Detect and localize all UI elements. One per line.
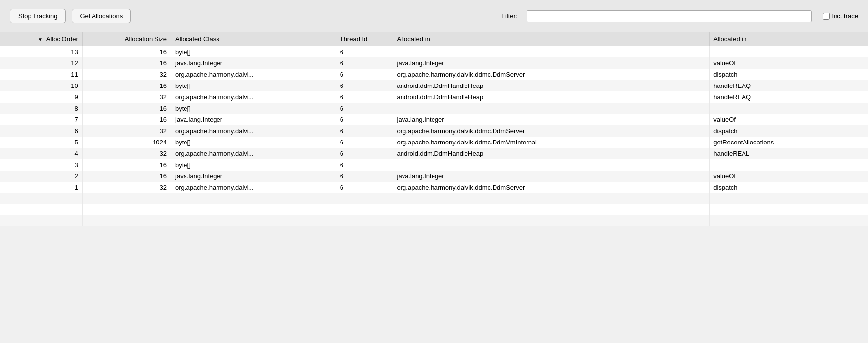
inc-trace-label: Inc. trace xyxy=(832,12,858,20)
cell-allocated-in-class: android.ddm.DdmHandleHeap xyxy=(393,91,710,103)
cell-alloc-class: byte[] xyxy=(171,137,336,148)
col-header-alloc-order[interactable]: ▼ Alloc Order xyxy=(0,32,82,46)
cell-allocated-in-class: android.ddm.DdmHandleHeap xyxy=(393,148,710,159)
cell-thread-id: 6 xyxy=(336,125,393,137)
col-header-thread-id[interactable]: Thread Id xyxy=(336,32,393,46)
cell-alloc-class: byte[] xyxy=(171,159,336,171)
cell-alloc-size: 16 xyxy=(82,46,171,58)
table-row-empty xyxy=(0,193,868,204)
cell-alloc-size: 32 xyxy=(82,182,171,193)
cell-alloc-order: 6 xyxy=(0,125,82,137)
cell-allocated-in-method xyxy=(710,159,868,171)
cell-alloc-order: 13 xyxy=(0,46,82,58)
get-allocations-button[interactable]: Get Allocations xyxy=(72,9,131,23)
cell-alloc-order: 4 xyxy=(0,148,82,159)
cell-alloc-class: byte[] xyxy=(171,46,336,58)
table-row[interactable]: 716java.lang.Integer6java.lang.Integerva… xyxy=(0,114,868,125)
table-row[interactable]: 1016byte[]6android.ddm.DdmHandleHeaphand… xyxy=(0,80,868,91)
cell-allocated-in-method: getRecentAllocations xyxy=(710,137,868,148)
cell-alloc-order: 10 xyxy=(0,80,82,91)
cell-alloc-size: 16 xyxy=(82,114,171,125)
cell-alloc-class: byte[] xyxy=(171,103,336,114)
table-row[interactable]: 132org.apache.harmony.dalvi...6org.apach… xyxy=(0,182,868,193)
cell-alloc-order: 9 xyxy=(0,91,82,103)
cell-allocated-in-method: handleREAQ xyxy=(710,80,868,91)
filter-label: Filter: xyxy=(501,12,518,20)
table-row-empty xyxy=(0,215,868,226)
col-header-alloc-class[interactable]: Allocated Class xyxy=(171,32,336,46)
col-header-alloc-size[interactable]: Allocation Size xyxy=(82,32,171,46)
cell-alloc-order: 11 xyxy=(0,69,82,80)
cell-allocated-in-class: org.apache.harmony.dalvik.ddmc.DdmServer xyxy=(393,125,710,137)
cell-empty xyxy=(171,193,336,204)
cell-thread-id: 6 xyxy=(336,69,393,80)
cell-empty xyxy=(171,204,336,215)
cell-allocated-in-method: valueOf xyxy=(710,114,868,125)
cell-allocated-in-method: dispatch xyxy=(710,182,868,193)
stop-tracking-button[interactable]: Stop Tracking xyxy=(10,9,66,23)
cell-empty xyxy=(393,215,710,226)
inc-trace-area: Inc. trace xyxy=(823,12,858,20)
cell-thread-id: 6 xyxy=(336,148,393,159)
cell-allocated-in-method: handleREAL xyxy=(710,148,868,159)
table-row[interactable]: 1216java.lang.Integer6java.lang.Integerv… xyxy=(0,57,868,69)
col-header-allocated-in-method[interactable]: Allocated in xyxy=(710,32,868,46)
cell-thread-id: 6 xyxy=(336,46,393,58)
cell-alloc-size: 32 xyxy=(82,69,171,80)
cell-allocated-in-method: dispatch xyxy=(710,125,868,137)
cell-empty xyxy=(82,215,171,226)
table-row[interactable]: 932org.apache.harmony.dalvi...6android.d… xyxy=(0,91,868,103)
cell-thread-id: 6 xyxy=(336,103,393,114)
table-row[interactable]: 432org.apache.harmony.dalvi...6android.d… xyxy=(0,148,868,159)
table-row[interactable]: 1132org.apache.harmony.dalvi...6org.apac… xyxy=(0,69,868,80)
cell-alloc-size: 16 xyxy=(82,57,171,69)
cell-allocated-in-method: dispatch xyxy=(710,69,868,80)
cell-thread-id: 6 xyxy=(336,57,393,69)
cell-alloc-size: 32 xyxy=(82,125,171,137)
toolbar: Stop Tracking Get Allocations Filter: In… xyxy=(0,0,868,32)
cell-allocated-in-method: valueOf xyxy=(710,57,868,69)
cell-allocated-in-method: valueOf xyxy=(710,171,868,182)
cell-alloc-order: 3 xyxy=(0,159,82,171)
table-row[interactable]: 51024byte[]6org.apache.harmony.dalvik.dd… xyxy=(0,137,868,148)
cell-allocated-in-method xyxy=(710,103,868,114)
cell-allocated-in-class xyxy=(393,103,710,114)
cell-empty xyxy=(171,215,336,226)
cell-empty xyxy=(336,204,393,215)
cell-alloc-class: org.apache.harmony.dalvi... xyxy=(171,91,336,103)
table-row[interactable]: 316byte[]6 xyxy=(0,159,868,171)
inc-trace-checkbox[interactable] xyxy=(823,13,830,20)
table-row[interactable]: 632org.apache.harmony.dalvi...6org.apach… xyxy=(0,125,868,137)
cell-alloc-order: 1 xyxy=(0,182,82,193)
cell-allocated-in-class: java.lang.Integer xyxy=(393,114,710,125)
cell-allocated-in-class xyxy=(393,159,710,171)
sort-arrow-icon: ▼ xyxy=(38,37,43,42)
cell-allocated-in-class: java.lang.Integer xyxy=(393,171,710,182)
cell-alloc-size: 32 xyxy=(82,91,171,103)
table-row[interactable]: 1316byte[]6 xyxy=(0,46,868,58)
cell-thread-id: 6 xyxy=(336,171,393,182)
cell-allocated-in-method xyxy=(710,46,868,58)
cell-alloc-order: 2 xyxy=(0,171,82,182)
filter-input[interactable] xyxy=(527,10,812,22)
cell-alloc-class: org.apache.harmony.dalvi... xyxy=(171,182,336,193)
cell-empty xyxy=(336,215,393,226)
cell-alloc-class: java.lang.Integer xyxy=(171,57,336,69)
cell-alloc-class: org.apache.harmony.dalvi... xyxy=(171,69,336,80)
cell-alloc-size: 16 xyxy=(82,80,171,91)
table-row-empty xyxy=(0,204,868,215)
table-header: ▼ Alloc Order Allocation Size Allocated … xyxy=(0,32,868,46)
cell-empty xyxy=(710,193,868,204)
cell-allocated-in-class: android.ddm.DdmHandleHeap xyxy=(393,80,710,91)
table-row[interactable]: 216java.lang.Integer6java.lang.Integerva… xyxy=(0,171,868,182)
table-row[interactable]: 816byte[]6 xyxy=(0,103,868,114)
cell-alloc-size: 1024 xyxy=(82,137,171,148)
cell-thread-id: 6 xyxy=(336,114,393,125)
cell-allocated-in-class: org.apache.harmony.dalvik.ddmc.DdmServer xyxy=(393,182,710,193)
cell-alloc-class: org.apache.harmony.dalvi... xyxy=(171,148,336,159)
cell-thread-id: 6 xyxy=(336,182,393,193)
table-body: 1316byte[]61216java.lang.Integer6java.la… xyxy=(0,46,868,226)
cell-empty xyxy=(393,204,710,215)
col-header-allocated-in-class[interactable]: Allocated in xyxy=(393,32,710,46)
cell-alloc-class: java.lang.Integer xyxy=(171,114,336,125)
